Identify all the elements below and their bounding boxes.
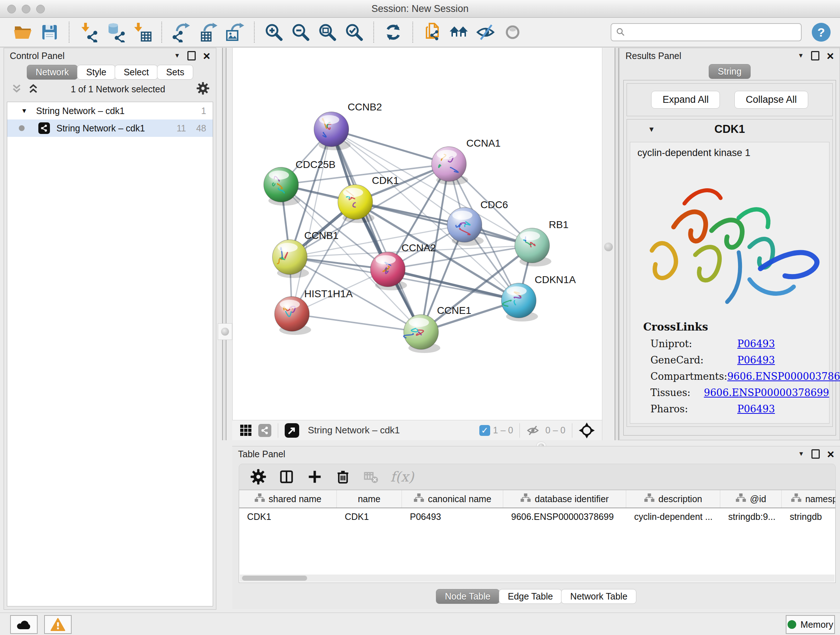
edge-CCNE1-HIST1H1A[interactable] bbox=[292, 314, 421, 332]
cloud-status-button[interactable] bbox=[10, 615, 38, 634]
import-network-icon[interactable] bbox=[77, 21, 100, 43]
zoom-selected-icon[interactable] bbox=[343, 21, 365, 43]
column-header-canonical-name[interactable]: canonical name bbox=[402, 490, 503, 508]
crosslink-link[interactable]: 9606.ENSP00000378699 bbox=[727, 371, 840, 382]
column-header-description[interactable]: description bbox=[626, 490, 720, 508]
string-hide-icon[interactable] bbox=[475, 21, 497, 43]
table-settings-gear-icon[interactable] bbox=[248, 466, 269, 487]
column-header-name[interactable]: name bbox=[337, 490, 402, 508]
network-view[interactable]: CCNB2CCNA1CDC25BCDK1CDC6RB1CCNB1CCNA2CDK… bbox=[232, 48, 602, 420]
search-box[interactable] bbox=[611, 23, 802, 41]
table-cell[interactable]: CDK1 bbox=[337, 508, 402, 525]
table-cell[interactable]: cyclin-dependent ... bbox=[626, 508, 720, 525]
refresh-icon[interactable] bbox=[382, 21, 404, 43]
crosslink-link[interactable]: P06493 bbox=[737, 338, 775, 349]
canvas-scrollbar-knob[interactable] bbox=[604, 242, 613, 251]
tab-network[interactable]: Network bbox=[27, 65, 78, 80]
panel-close-icon[interactable]: × bbox=[203, 52, 210, 59]
table-cell[interactable]: 9606.ENSP00000378699 bbox=[503, 508, 626, 525]
network-row[interactable]: String Network – cdk1 11 48 bbox=[7, 119, 213, 137]
crosslink-link[interactable]: P06493 bbox=[737, 403, 775, 415]
expand-all-icon[interactable] bbox=[27, 84, 39, 95]
tab-network-table[interactable]: Network Table bbox=[561, 589, 636, 604]
export-table-icon[interactable] bbox=[197, 21, 219, 43]
node-CCNB2[interactable]: CCNB2 bbox=[314, 101, 382, 147]
table-row[interactable]: CDK1CDK1P064939606.ENSP00000378699cyclin… bbox=[239, 508, 835, 525]
tab-select[interactable]: Select bbox=[115, 65, 158, 80]
import-table-icon[interactable] bbox=[131, 21, 153, 43]
panel-float-icon[interactable] bbox=[811, 51, 819, 60]
node-CCNA1[interactable]: CCNA1 bbox=[431, 138, 501, 181]
node-CCNB1[interactable]: CCNB1 bbox=[272, 230, 339, 274]
column-header-database-identifier[interactable]: database identifier bbox=[503, 490, 626, 508]
fit-selection-crosshair-icon[interactable] bbox=[579, 423, 595, 439]
table-cell[interactable]: P06493 bbox=[402, 508, 503, 525]
zoom-out-icon[interactable] bbox=[289, 21, 312, 43]
collection-expand-icon[interactable]: ▼ bbox=[21, 107, 27, 115]
crosslink-link[interactable]: P06493 bbox=[737, 355, 775, 366]
table-cell[interactable]: stringdb bbox=[782, 508, 836, 525]
edge-CCNB2-HIST1H1A[interactable] bbox=[292, 129, 332, 314]
import-database-icon[interactable] bbox=[104, 21, 126, 43]
node-RB1[interactable]: RB1 bbox=[515, 219, 568, 263]
help-icon[interactable]: ? bbox=[812, 23, 831, 42]
table-cell[interactable]: CDK1 bbox=[239, 508, 337, 525]
network-collection-row[interactable]: ▼ String Network – cdk1 1 bbox=[7, 102, 213, 119]
delete-column-icon[interactable] bbox=[332, 466, 354, 487]
memory-button[interactable]: Memory bbox=[786, 615, 835, 634]
export-image-icon[interactable] bbox=[224, 21, 246, 43]
grid-view-icon[interactable] bbox=[240, 424, 253, 437]
edge-CCNB2-CCNE1[interactable] bbox=[332, 129, 421, 332]
gear-icon[interactable] bbox=[196, 82, 210, 96]
table-hscrollbar-thumb[interactable] bbox=[242, 576, 307, 581]
birdseye-view-icon[interactable] bbox=[285, 423, 299, 438]
open-file-icon[interactable] bbox=[11, 21, 34, 43]
left-splitter-knob[interactable] bbox=[218, 323, 232, 340]
right-splitter[interactable] bbox=[615, 48, 619, 440]
panel-close-icon[interactable]: × bbox=[827, 450, 834, 458]
column-header-shared-name[interactable]: shared name bbox=[239, 490, 337, 508]
canvas-scrollbar[interactable] bbox=[602, 48, 615, 440]
table-hscrollbar[interactable] bbox=[240, 575, 835, 582]
preview-sphere-icon[interactable] bbox=[501, 21, 524, 43]
collapse-gene-icon[interactable]: ▼ bbox=[648, 125, 655, 134]
gene-section-header[interactable]: ▼ CDK1 bbox=[627, 119, 832, 139]
tab-string[interactable]: String bbox=[709, 64, 750, 79]
tab-style[interactable]: Style bbox=[77, 65, 115, 80]
warnings-button[interactable] bbox=[44, 615, 72, 634]
results-panel-header: Results Panel ▼ × bbox=[620, 48, 840, 63]
string-document-icon[interactable] bbox=[421, 21, 444, 43]
tab-node-table[interactable]: Node Table bbox=[436, 589, 500, 604]
crosslink-link[interactable]: 9606.ENSP00000378699 bbox=[704, 387, 829, 398]
panel-menu-icon[interactable]: ▼ bbox=[798, 450, 804, 458]
zoom-in-icon[interactable] bbox=[263, 21, 285, 43]
column-header-namespace[interactable]: namespace bbox=[782, 490, 836, 508]
node-CCNE1[interactable]: CCNE1 bbox=[404, 305, 471, 349]
table-cell[interactable]: stringdb:9... bbox=[720, 508, 782, 525]
save-session-icon[interactable] bbox=[38, 21, 61, 43]
tab-sets[interactable]: Sets bbox=[157, 65, 193, 80]
selected-checkbox-icon[interactable]: ✓ bbox=[479, 425, 490, 436]
panel-menu-icon[interactable]: ▼ bbox=[174, 52, 180, 59]
collapse-all-icon[interactable] bbox=[11, 84, 23, 95]
node-HIST1H1A[interactable]: HIST1H1A bbox=[275, 288, 353, 331]
collapse-all-button[interactable]: Collapse All bbox=[734, 91, 808, 109]
panel-close-icon[interactable]: × bbox=[827, 52, 834, 59]
hidden-eye-icon[interactable] bbox=[526, 424, 539, 436]
tab-edge-table[interactable]: Edge Table bbox=[499, 589, 562, 604]
expand-all-button[interactable]: Expand All bbox=[651, 91, 720, 109]
network-view-icon[interactable] bbox=[258, 424, 271, 437]
panel-float-icon[interactable] bbox=[187, 51, 196, 60]
show-columns-icon[interactable] bbox=[276, 466, 297, 487]
panel-menu-icon[interactable]: ▼ bbox=[798, 52, 804, 59]
search-input[interactable] bbox=[626, 27, 797, 38]
add-column-icon[interactable] bbox=[304, 466, 325, 487]
string-home-icon[interactable] bbox=[448, 21, 470, 43]
node-CDK1[interactable]: CDK1 bbox=[338, 175, 399, 219]
node-CDKN1A[interactable]: CDKN1A bbox=[501, 274, 576, 318]
left-splitter[interactable] bbox=[222, 48, 226, 440]
panel-float-icon[interactable] bbox=[812, 449, 820, 459]
export-network-icon[interactable] bbox=[170, 21, 193, 43]
column-header-@id[interactable]: @id bbox=[720, 490, 782, 508]
zoom-fit-icon[interactable] bbox=[316, 21, 339, 43]
